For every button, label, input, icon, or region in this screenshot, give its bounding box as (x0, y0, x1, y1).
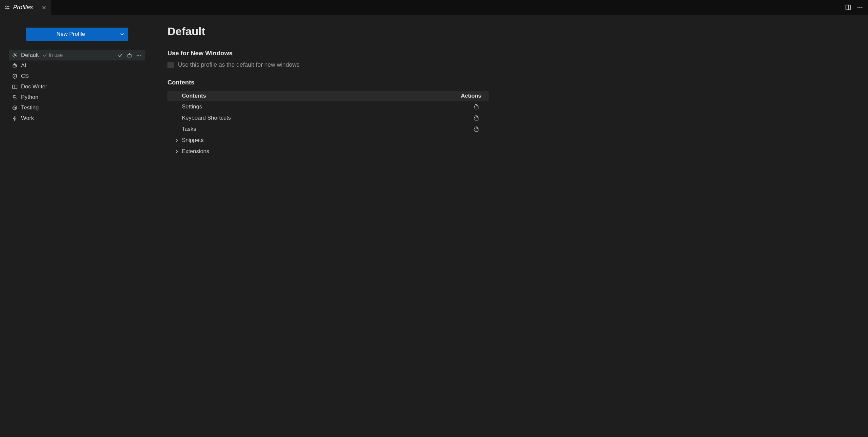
profile-item-actions (117, 52, 143, 58)
page-title: Default (167, 25, 855, 38)
smiley-icon (11, 104, 19, 111)
svg-rect-6 (846, 5, 850, 9)
contents-row-label: Keyboard Shortcuts (182, 115, 473, 121)
contents-table: Contents Actions Settings Keyboard Short… (167, 91, 489, 157)
profile-item-label: Default (21, 52, 39, 58)
svg-point-11 (14, 55, 16, 56)
new-profile-button-group: New Profile (26, 28, 128, 41)
new-window-icon[interactable] (126, 52, 132, 58)
use-profile-icon[interactable] (117, 52, 123, 58)
use-for-new-windows-checkbox[interactable] (167, 62, 174, 68)
profile-item-doc-writer[interactable]: Doc Writer (9, 82, 145, 92)
svg-point-3 (7, 8, 8, 9)
profile-item-work[interactable]: Work (9, 113, 145, 123)
svg-point-20 (14, 63, 15, 64)
chevron-right-icon[interactable] (175, 138, 181, 143)
zap-icon (11, 115, 19, 122)
col-contents: Contents (182, 93, 461, 99)
tab-bar-actions (844, 4, 868, 11)
svg-point-17 (140, 55, 141, 56)
svg-point-15 (136, 55, 137, 56)
close-icon[interactable] (41, 5, 46, 10)
in-use-badge: In use (43, 52, 63, 58)
contents-row-keyboard-shortcuts: Keyboard Shortcuts (167, 112, 489, 123)
profile-item-ai[interactable]: AI (9, 60, 145, 71)
svg-point-9 (859, 7, 860, 8)
profile-item-testing[interactable]: Testing (9, 103, 145, 113)
book-icon (11, 83, 19, 90)
new-profile-dropdown[interactable] (116, 28, 128, 41)
shield-icon (11, 72, 19, 80)
profiles-sidebar: New Profile Default In use AI CS Doc Wri… (0, 15, 154, 437)
profile-item-label: CS (21, 73, 29, 80)
svg-point-21 (14, 66, 14, 66)
profile-detail: Default Use for New Windows Use this pro… (154, 15, 868, 437)
new-profile-button[interactable]: New Profile (26, 28, 116, 41)
contents-row-snippets[interactable]: Snippets (167, 135, 489, 146)
profile-item-python[interactable]: Python (9, 92, 145, 103)
more-icon[interactable] (135, 52, 142, 58)
open-file-icon[interactable] (473, 104, 479, 110)
contents-table-header: Contents Actions (167, 91, 489, 101)
use-for-new-windows-heading: Use for New Windows (167, 50, 855, 57)
svg-point-26 (14, 96, 14, 96)
robot-icon (11, 62, 19, 69)
col-actions: Actions (461, 93, 481, 99)
use-for-new-windows-label: Use this profile as the default for new … (178, 61, 300, 68)
svg-point-23 (14, 76, 15, 77)
svg-point-10 (861, 7, 862, 8)
tab-bar: Profiles (0, 0, 868, 15)
profile-list: Default In use AI CS Doc Writer Python T… (9, 50, 145, 123)
contents-row-tasks: Tasks (167, 123, 489, 135)
profile-item-label: AI (21, 62, 26, 69)
snake-icon (11, 94, 19, 101)
open-file-icon[interactable] (473, 115, 479, 121)
contents-heading: Contents (167, 79, 855, 86)
svg-point-22 (15, 66, 16, 66)
contents-row-label: Tasks (182, 126, 473, 133)
svg-point-28 (14, 107, 14, 108)
profile-item-label: Testing (21, 105, 39, 111)
contents-row-label: Settings (182, 104, 473, 110)
svg-point-29 (15, 107, 16, 108)
contents-row-settings: Settings (167, 101, 489, 112)
split-editor-icon[interactable] (844, 4, 851, 11)
chevron-down-icon (121, 33, 123, 35)
svg-point-8 (858, 7, 859, 8)
use-for-new-windows-row: Use this profile as the default for new … (167, 61, 855, 68)
profile-item-label: Python (21, 94, 38, 100)
gear-icon (11, 52, 19, 59)
more-actions-icon[interactable] (856, 4, 863, 11)
svg-point-16 (138, 55, 139, 56)
tab-profiles[interactable]: Profiles (0, 0, 52, 15)
profile-item-label: Work (21, 115, 34, 122)
tab-label: Profiles (13, 4, 33, 11)
profile-item-default[interactable]: Default In use (9, 50, 145, 60)
open-file-icon[interactable] (473, 126, 479, 132)
chevron-right-icon[interactable] (175, 149, 181, 154)
contents-row-label: Extensions (182, 148, 479, 155)
svg-point-1 (6, 6, 7, 7)
contents-row-label: Snippets (182, 137, 479, 144)
settings-sliders-icon (5, 5, 10, 10)
svg-rect-12 (128, 54, 131, 57)
profile-item-cs[interactable]: CS (9, 71, 145, 82)
contents-row-extensions[interactable]: Extensions (167, 146, 489, 157)
profile-item-label: Doc Writer (21, 84, 47, 90)
